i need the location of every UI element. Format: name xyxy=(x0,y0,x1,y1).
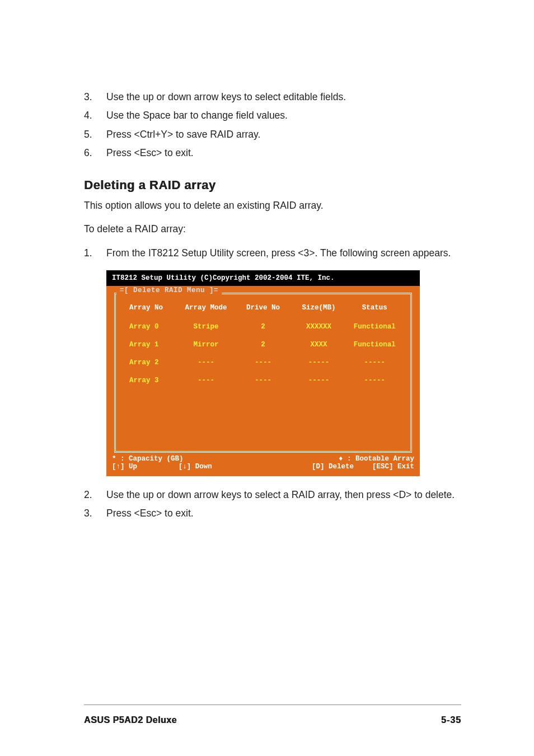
cell: 2 xyxy=(235,341,291,349)
cell: Array 3 xyxy=(124,377,177,384)
step-text: Use the up or down arrow keys to select … xyxy=(106,90,461,104)
table-row[interactable]: Array 2 ---- ---- ----- ----- xyxy=(116,354,410,372)
cell: Functional xyxy=(346,323,402,331)
step-number: 4. xyxy=(84,108,106,123)
step-text: Use the up or down arrow keys to select … xyxy=(106,487,461,502)
hint-exit: [ESC] Exit xyxy=(354,463,414,471)
section-heading: Deleting a RAID array xyxy=(84,178,461,192)
cell: ----- xyxy=(291,377,347,384)
table-header-row: Array No Array Mode Drive No Size(MB) St… xyxy=(116,299,410,317)
product-name: ASUS P5AD2 Deluxe xyxy=(84,715,177,725)
step-number: 2. xyxy=(84,487,106,502)
step-number: 3. xyxy=(84,506,106,520)
cell: Array 0 xyxy=(124,323,177,331)
hint-delete: [D] Delete xyxy=(263,463,354,471)
list-item: 5. Press <Ctrl+Y> to save RAID array. xyxy=(84,127,461,142)
list-item: 1. From the IT8212 Setup Utility screen,… xyxy=(84,246,461,260)
list-item: 3. Press <Esc> to exit. xyxy=(84,506,461,520)
legend-capacity: * : Capacity (GB) xyxy=(112,455,263,463)
cell: ----- xyxy=(346,377,402,384)
table-row[interactable]: Array 0 Stripe 2 XXXXXX Functional xyxy=(116,318,410,336)
top-steps-list: 3. Use the up or down arrow keys to sele… xyxy=(84,90,461,160)
menu-title: =[ Delete RAID Menu ]= xyxy=(116,287,222,294)
page-number: 5-35 xyxy=(441,715,461,725)
table-row[interactable]: Array 3 ---- ---- ----- ----- xyxy=(116,372,410,389)
list-item: 3. Use the up or down arrow keys to sele… xyxy=(84,90,461,104)
step-number: 5. xyxy=(84,127,106,142)
cell: ---- xyxy=(235,377,291,384)
col-header: Size(MB) xyxy=(291,304,347,312)
cell: ---- xyxy=(235,359,291,367)
step-number: 1. xyxy=(84,246,106,260)
cell: Stripe xyxy=(177,323,236,331)
step-text: Press <Esc> to exit. xyxy=(106,145,461,160)
cell: Functional xyxy=(346,341,402,349)
bios-screenshot: IT8212 Setup Utility (C)Copyright 2002-2… xyxy=(106,270,420,476)
step-text: From the IT8212 Setup Utility screen, pr… xyxy=(106,246,461,260)
step-number: 6. xyxy=(84,145,106,160)
step-number: 3. xyxy=(84,90,106,104)
cell: Mirror xyxy=(177,341,236,349)
col-header: Status xyxy=(346,304,402,312)
legend-bootable: ♦ : Bootable Array xyxy=(263,455,414,463)
list-item: 2. Use the up or down arrow keys to sele… xyxy=(84,487,461,502)
step-text: Press <Ctrl+Y> to save RAID array. xyxy=(106,127,461,142)
cell: XXXX xyxy=(291,341,347,349)
cell: XXXXXX xyxy=(291,323,347,331)
col-header: Array No xyxy=(124,304,177,312)
col-header: Drive No xyxy=(235,304,291,312)
hint-up: [↑] Up xyxy=(112,463,179,471)
lead-paragraph: To delete a RAID array: xyxy=(84,222,461,236)
col-header: Array Mode xyxy=(177,304,236,312)
cell: ----- xyxy=(346,359,402,367)
intro-paragraph: This option allows you to delete an exis… xyxy=(84,198,461,213)
cell: Array 1 xyxy=(124,341,177,349)
cell: Array 2 xyxy=(124,359,177,367)
bios-footer-bar: * : Capacity (GB) ♦ : Bootable Array [↑]… xyxy=(106,453,420,476)
list-item: 4. Use the Space bar to change field val… xyxy=(84,108,461,123)
after-steps-list: 2. Use the up or down arrow keys to sele… xyxy=(84,487,461,521)
list-item: 6. Press <Esc> to exit. xyxy=(84,145,461,160)
cell: ---- xyxy=(177,377,236,384)
menu-box: Array No Array Mode Drive No Size(MB) St… xyxy=(114,293,412,453)
table-row[interactable]: Array 1 Mirror 2 XXXX Functional xyxy=(116,336,410,354)
page-footer: ASUS P5AD2 Deluxe 5-35 xyxy=(84,705,461,725)
cell: ----- xyxy=(291,359,347,367)
step-text: Use the Space bar to change field values… xyxy=(106,108,461,123)
bios-title-bar: IT8212 Setup Utility (C)Copyright 2002-2… xyxy=(106,270,420,286)
cell: 2 xyxy=(235,323,291,331)
step-text: Press <Esc> to exit. xyxy=(106,506,461,520)
cell: ---- xyxy=(177,359,236,367)
hint-down: [↓] Down xyxy=(179,463,263,471)
